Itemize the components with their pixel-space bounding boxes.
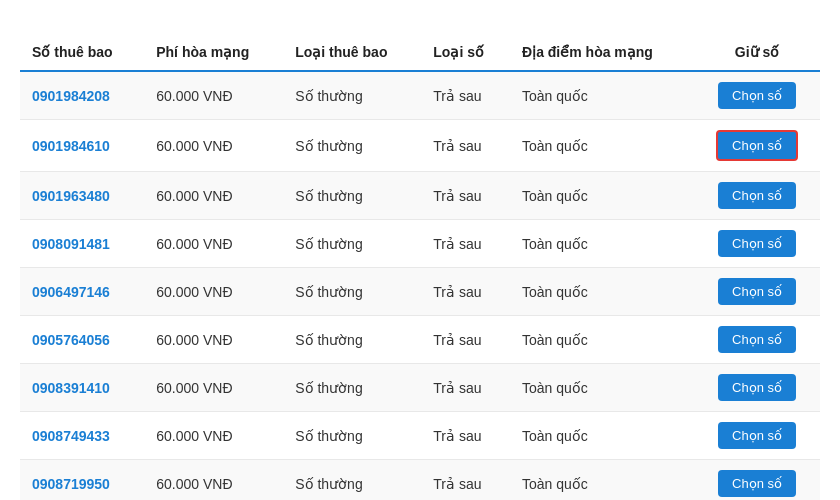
- table-row: 090198461060.000 VNĐSố thườngTrả sauToàn…: [20, 120, 820, 172]
- fee: 60.000 VNĐ: [144, 460, 283, 501]
- action-cell: Chọn số: [694, 120, 820, 172]
- action-cell: Chọn số: [694, 316, 820, 364]
- subscriber-type: Số thường: [283, 120, 421, 172]
- location: Toàn quốc: [510, 412, 694, 460]
- fee: 60.000 VNĐ: [144, 268, 283, 316]
- action-cell: Chọn số: [694, 412, 820, 460]
- number-type: Trả sau: [421, 316, 510, 364]
- chon-so-button[interactable]: Chọn số: [718, 374, 796, 401]
- table-row: 090198420860.000 VNĐSố thườngTrả sauToàn…: [20, 71, 820, 120]
- chon-so-button[interactable]: Chọn số: [718, 326, 796, 353]
- chon-so-button[interactable]: Chọn số: [718, 182, 796, 209]
- subscriber-type: Số thường: [283, 412, 421, 460]
- phone-number[interactable]: 0908391410: [20, 364, 144, 412]
- table-row: 090839141060.000 VNĐSố thườngTrả sauToàn…: [20, 364, 820, 412]
- location: Toàn quốc: [510, 460, 694, 501]
- number-type: Trả sau: [421, 460, 510, 501]
- number-type: Trả sau: [421, 220, 510, 268]
- table-row: 090196348060.000 VNĐSố thườngTrả sauToàn…: [20, 172, 820, 220]
- fee: 60.000 VNĐ: [144, 412, 283, 460]
- col-header-type2: Loại số: [421, 34, 510, 71]
- phone-number[interactable]: 0901963480: [20, 172, 144, 220]
- location: Toàn quốc: [510, 220, 694, 268]
- sim-table: Số thuê bao Phí hòa mạng Loại thuê bao L…: [20, 34, 820, 500]
- subscriber-type: Số thường: [283, 268, 421, 316]
- fee: 60.000 VNĐ: [144, 120, 283, 172]
- fee: 60.000 VNĐ: [144, 316, 283, 364]
- fee: 60.000 VNĐ: [144, 220, 283, 268]
- number-type: Trả sau: [421, 412, 510, 460]
- phone-number[interactable]: 0908091481: [20, 220, 144, 268]
- subscriber-type: Số thường: [283, 460, 421, 501]
- table-row: 090874943360.000 VNĐSố thườngTrả sauToàn…: [20, 412, 820, 460]
- number-type: Trả sau: [421, 268, 510, 316]
- subscriber-type: Số thường: [283, 172, 421, 220]
- table-row: 090809148160.000 VNĐSố thườngTrả sauToàn…: [20, 220, 820, 268]
- fee: 60.000 VNĐ: [144, 364, 283, 412]
- chon-so-button[interactable]: Chọn số: [718, 82, 796, 109]
- fee: 60.000 VNĐ: [144, 172, 283, 220]
- chon-so-button[interactable]: Chọn số: [718, 230, 796, 257]
- phone-number[interactable]: 0901984208: [20, 71, 144, 120]
- location: Toàn quốc: [510, 268, 694, 316]
- table-body: 090198420860.000 VNĐSố thườngTrả sauToàn…: [20, 71, 820, 500]
- location: Toàn quốc: [510, 316, 694, 364]
- action-cell: Chọn số: [694, 71, 820, 120]
- table-row: 090649714660.000 VNĐSố thườngTrả sauToàn…: [20, 268, 820, 316]
- location: Toàn quốc: [510, 71, 694, 120]
- subscriber-type: Số thường: [283, 71, 421, 120]
- number-type: Trả sau: [421, 120, 510, 172]
- subscriber-type: Số thường: [283, 220, 421, 268]
- phone-number[interactable]: 0908749433: [20, 412, 144, 460]
- location: Toàn quốc: [510, 120, 694, 172]
- table-row: 090576405660.000 VNĐSố thườngTrả sauToàn…: [20, 316, 820, 364]
- phone-number[interactable]: 0905764056: [20, 316, 144, 364]
- table-header: Số thuê bao Phí hòa mạng Loại thuê bao L…: [20, 34, 820, 71]
- table-row: 090871995060.000 VNĐSố thườngTrả sauToàn…: [20, 460, 820, 501]
- action-cell: Chọn số: [694, 172, 820, 220]
- fee: 60.000 VNĐ: [144, 71, 283, 120]
- number-type: Trả sau: [421, 172, 510, 220]
- location: Toàn quốc: [510, 364, 694, 412]
- col-header-action: Giữ số: [694, 34, 820, 71]
- phone-number[interactable]: 0901984610: [20, 120, 144, 172]
- action-cell: Chọn số: [694, 220, 820, 268]
- phone-number[interactable]: 0908719950: [20, 460, 144, 501]
- col-header-type1: Loại thuê bao: [283, 34, 421, 71]
- action-cell: Chọn số: [694, 364, 820, 412]
- phone-number[interactable]: 0906497146: [20, 268, 144, 316]
- chon-so-button[interactable]: Chọn số: [718, 422, 796, 449]
- page-wrapper: Số thuê bao Phí hòa mạng Loại thuê bao L…: [0, 0, 840, 500]
- chon-so-button[interactable]: Chọn số: [716, 130, 798, 161]
- number-type: Trả sau: [421, 71, 510, 120]
- location: Toàn quốc: [510, 172, 694, 220]
- col-header-location: Địa điểm hòa mạng: [510, 34, 694, 71]
- chon-so-button[interactable]: Chọn số: [718, 278, 796, 305]
- action-cell: Chọn số: [694, 268, 820, 316]
- subscriber-type: Số thường: [283, 316, 421, 364]
- col-header-fee: Phí hòa mạng: [144, 34, 283, 71]
- chon-so-button[interactable]: Chọn số: [718, 470, 796, 497]
- number-type: Trả sau: [421, 364, 510, 412]
- action-cell: Chọn số: [694, 460, 820, 501]
- col-header-phone: Số thuê bao: [20, 34, 144, 71]
- subscriber-type: Số thường: [283, 364, 421, 412]
